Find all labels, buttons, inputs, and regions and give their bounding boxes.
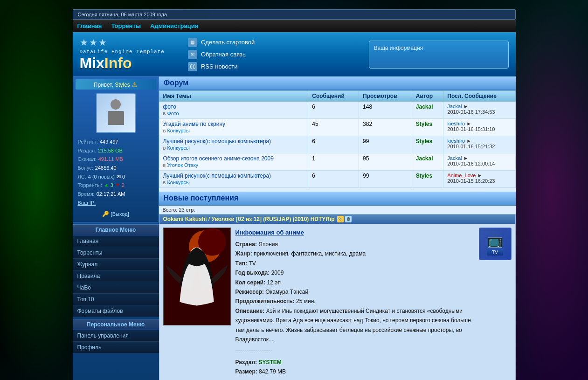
username-link[interactable]: Styles xyxy=(115,82,130,88)
star-3: ★ xyxy=(98,37,107,48)
main-menu-title: Главное Меню xyxy=(73,224,159,235)
topic-link-5[interactable]: Лучший рисунок(с помощью компьютера) xyxy=(163,173,271,179)
nav-item-home[interactable]: Главная xyxy=(77,22,102,29)
duration-value: 25 мин. xyxy=(296,298,316,304)
logo-mix: Mix xyxy=(80,55,104,71)
divider: -------------------- xyxy=(235,346,474,355)
topic-link-4[interactable]: Обзор итогов осеннего аниме-сезона 2009 xyxy=(163,155,274,162)
menu-item-torrents[interactable]: Торренты xyxy=(73,247,159,259)
logout-button[interactable]: 🔑 [Выход] xyxy=(76,208,156,220)
author-link-2[interactable]: Styles xyxy=(416,121,432,127)
header-link-feedback[interactable]: ✉ Обратная связь xyxy=(188,50,360,59)
pm-value: ✉ 0 xyxy=(117,173,125,181)
type-value: TV xyxy=(249,260,256,267)
author-3: Styles xyxy=(412,136,443,153)
table-row: Лучший рисунок(с помощью компьютера) в К… xyxy=(159,136,515,153)
messages-4: 1 xyxy=(308,153,359,171)
avatar-figure xyxy=(104,99,127,127)
col-topic: Имя Темы xyxy=(159,91,308,102)
logo-area: ★ ★ ★ DataLife Engine Template MixInfo xyxy=(80,37,165,72)
year-label: Год выхода: xyxy=(235,269,270,276)
stat-razdal: Раздал: 215.58 GB xyxy=(78,146,154,155)
rss-icon: )))) xyxy=(188,62,197,71)
personal-menu-title: Персональное Меню xyxy=(73,319,159,330)
info-genre: Жанр: приключения, фантастика, мистика, … xyxy=(235,249,474,258)
table-row: Угадай аниме по скрину в Конкурсы 45 382… xyxy=(159,119,515,136)
country-value: Япония xyxy=(258,241,278,248)
greeting-text: Привет, xyxy=(94,82,115,88)
last-msg-date-5: 2010-01-15 16:20:23 xyxy=(447,178,511,184)
info-series: Кол серий: 12 эп xyxy=(235,278,474,287)
author-1: Jackal xyxy=(412,102,443,119)
last-msg-author-5: Anime_Love ► xyxy=(447,173,511,178)
personal-menu: Персональное Меню Панель управления Проф… xyxy=(73,319,159,353)
stat-ip: Ваш IP: xyxy=(78,199,154,207)
table-row: фото в Фото 6 148 Jackal Jackal ► 2010-0… xyxy=(159,102,515,119)
avatar-body xyxy=(108,111,124,125)
author-link-3[interactable]: Styles xyxy=(416,138,432,145)
envelope-icon: ✉ xyxy=(188,50,197,59)
topic-link-1[interactable]: фото xyxy=(163,104,176,110)
messages-1: 6 xyxy=(308,102,359,119)
info-country: Страна: Япония xyxy=(235,240,474,249)
info-director: Режиссер: Окамура Тэнсай xyxy=(235,287,474,297)
last-msg-date-2: 2010-01-16 15:31:10 xyxy=(447,126,511,132)
sidebar: Привет, Styles ⚠ Рейтинг: xyxy=(73,76,159,380)
bonus-value: 24856.40 xyxy=(95,164,117,173)
logout-link[interactable]: [Выход] xyxy=(111,211,129,217)
topic-cell-1: фото в Фото xyxy=(159,102,308,119)
menu-item-top10[interactable]: Топ 10 xyxy=(73,294,159,305)
menu-item-journal[interactable]: Журнал xyxy=(73,259,159,270)
user-avatar xyxy=(96,93,136,133)
skachal-value: 491.11 MB xyxy=(98,155,123,164)
info-razdal: Раздал: SYSTEM xyxy=(235,358,474,367)
topic-link-2[interactable]: Угадай аниме по скрину xyxy=(163,121,226,127)
menu-item-home[interactable]: Главная xyxy=(73,235,159,247)
nav-item-torrents[interactable]: Торренты xyxy=(111,22,141,29)
country-label: Страна: xyxy=(235,241,257,248)
info-year: Год выхода: 2009 xyxy=(235,268,474,277)
menu-item-formats[interactable]: Форматы файлов xyxy=(73,305,159,317)
ip-label[interactable]: Ваш IP: xyxy=(78,199,96,207)
torrent-title-link[interactable]: Ookami Kakushi / Уволоки [02 из 12] (RUS… xyxy=(163,216,335,222)
menu-item-faq[interactable]: ЧаВо xyxy=(73,282,159,294)
logo-subtitle: DataLife Engine Template xyxy=(80,49,165,55)
date-bar: Сегодня пятница, 06 марта 2009 года xyxy=(73,9,516,20)
nav-bar: Главная Торренты Администрация xyxy=(73,20,516,32)
director-label: Режиссер: xyxy=(235,289,264,295)
ls-value: 4 (0 новых) xyxy=(88,173,115,181)
topic-cell-2: Угадай аниме по скрину в Конкурсы xyxy=(159,119,308,136)
user-info-label: Ваша информация xyxy=(374,45,504,51)
last-msg-date-3: 2010-01-16 15:21:32 xyxy=(447,144,511,149)
views-4: 95 xyxy=(359,153,412,171)
stat-bonus: Бонус: 24856.40 xyxy=(78,164,154,173)
author-link-4[interactable]: Jackal xyxy=(416,155,433,162)
desc-label: Описание: xyxy=(235,308,265,314)
col-last-msg: Посл. Сообщение xyxy=(443,91,515,102)
star-1: ★ xyxy=(80,37,88,48)
arrivals-header: Новые поступления xyxy=(159,192,516,206)
star-2: ★ xyxy=(89,37,97,48)
nav-item-admin[interactable]: Администрация xyxy=(150,22,198,29)
header-link-start[interactable]: ▦ Сделать стартовой xyxy=(188,38,360,47)
time-value: 02:17:21 AM xyxy=(97,190,125,199)
last-msg-author-3: kieshiro ► xyxy=(447,138,511,144)
header-link-rss[interactable]: )))) RSS новости xyxy=(188,62,360,71)
last-msg-author-2: kieshiro ► xyxy=(447,121,511,126)
size-value: 842.79 MB xyxy=(259,368,286,375)
director-value: Окамура Тэнсай xyxy=(265,289,308,295)
author-link-1[interactable]: Jackal xyxy=(416,104,433,110)
genre-label: Жанр: xyxy=(235,250,252,257)
menu-item-profile[interactable]: Профиль xyxy=(73,342,159,353)
menu-item-rules[interactable]: Правила xyxy=(73,270,159,282)
menu-item-control-panel[interactable]: Панель управления xyxy=(73,330,159,342)
topic-sub-4: в Уголок Отаку xyxy=(163,162,199,168)
topic-sub-3: в Конкурсы xyxy=(163,145,190,151)
year-value: 2009 xyxy=(271,269,284,276)
messages-5: 6 xyxy=(308,171,359,188)
author-4: Jackal xyxy=(412,153,443,171)
author-link-5[interactable]: Styles xyxy=(416,173,432,179)
genre-value: приключения, фантастика, мистика, драма xyxy=(254,250,366,257)
topic-link-3[interactable]: Лучший рисунок(с помощью компьютера) xyxy=(163,138,271,145)
main-layout: Привет, Styles ⚠ Рейтинг: xyxy=(73,76,516,380)
